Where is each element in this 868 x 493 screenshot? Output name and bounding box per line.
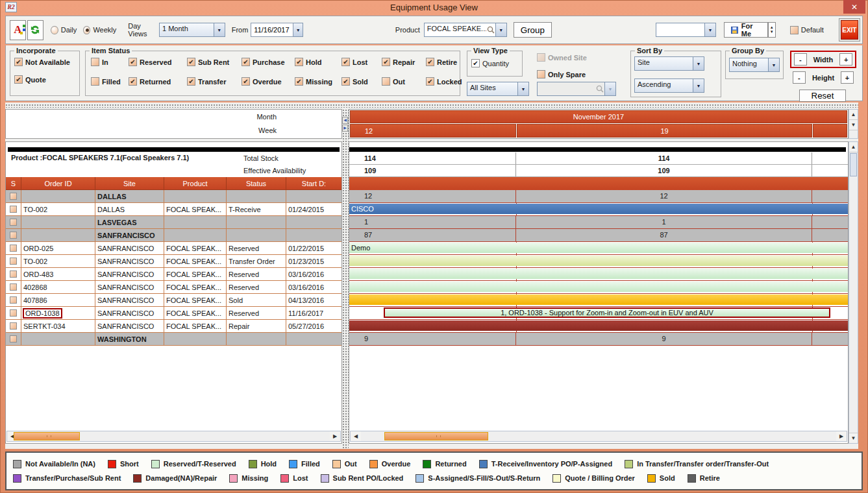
start-date-cell[interactable] <box>286 229 341 242</box>
status-cell[interactable]: Repair <box>227 320 286 333</box>
table-row[interactable]: TO-002DALLASFOCAL SPEAK...T-Receive01/24… <box>6 203 341 216</box>
gantt-row[interactable] <box>349 255 848 268</box>
week-header-cell[interactable] <box>813 124 847 138</box>
checkbox-quote[interactable]: ✔Quote <box>14 75 70 84</box>
row-checkbox[interactable] <box>10 309 17 317</box>
height-minus-button[interactable]: - <box>793 71 806 84</box>
order-id-cell[interactable] <box>21 190 95 203</box>
checkbox-box[interactable]: ✔ <box>426 58 434 66</box>
group-button[interactable]: Group <box>514 22 552 38</box>
gantt-row[interactable] <box>349 320 848 333</box>
gantt-row[interactable]: 1212 <box>349 190 848 203</box>
site-cell[interactable]: SANFRANCISCO <box>95 307 164 320</box>
start-date-cell[interactable] <box>286 190 341 203</box>
gantt-bar-reserved[interactable] <box>349 269 848 279</box>
column-header-site[interactable]: Site <box>95 177 164 190</box>
gantt-bar-reserved[interactable]: Demo <box>349 243 848 253</box>
row-select-cell[interactable] <box>6 307 21 320</box>
chevron-down-icon[interactable]: ▼ <box>704 23 715 36</box>
status-cell[interactable] <box>227 229 286 242</box>
table-row[interactable]: ORD-1038SANFRANCISCOFOCAL SPEAK...Reserv… <box>6 307 341 320</box>
checkbox-purchase[interactable]: ✔Purchase <box>242 58 295 66</box>
row-select-cell[interactable] <box>6 229 21 242</box>
start-date-cell[interactable]: 03/16/2016 <box>286 281 341 294</box>
resize-handle[interactable] <box>5 104 858 108</box>
product-cell[interactable]: FOCAL SPEAK... <box>164 281 227 294</box>
status-cell[interactable]: T-Receive <box>227 203 286 216</box>
gantt-bar-transfer-order[interactable] <box>349 256 848 266</box>
row-checkbox[interactable] <box>10 296 17 304</box>
checkbox-in[interactable]: In <box>91 58 129 66</box>
quantity-checkbox[interactable]: ✔ Quantity <box>471 59 509 67</box>
left-horizontal-scrollbar[interactable]: ◀ ▶ <box>6 431 341 442</box>
checkbox-box[interactable] <box>91 77 99 86</box>
scroll-right-icon[interactable]: ▶ <box>330 431 340 441</box>
checkbox-sold[interactable]: ✔Sold <box>341 77 382 86</box>
column-header-product[interactable]: Product <box>164 177 227 190</box>
start-date-cell[interactable]: 01/23/2015 <box>286 255 341 268</box>
start-date-cell[interactable]: 05/27/2016 <box>286 320 341 333</box>
row-select-cell[interactable] <box>6 190 21 203</box>
week-header-cell[interactable]: 12 <box>350 124 516 138</box>
checkbox-box[interactable]: ✔ <box>341 58 350 66</box>
gantt-bar-reserved[interactable]: 1, ORD-1038 - Support for Zoom-in and Zo… <box>384 307 830 318</box>
group-by-select[interactable]: Nothing ▼ <box>729 58 780 72</box>
row-checkbox[interactable] <box>10 271 17 278</box>
splitter-left-icon[interactable]: ◀ <box>342 117 348 124</box>
row-checkbox[interactable] <box>10 322 17 330</box>
checkbox-box[interactable]: ✔ <box>242 77 250 86</box>
row-checkbox[interactable] <box>10 283 17 291</box>
product-cell[interactable]: FOCAL SPEAK... <box>164 268 227 281</box>
row-checkbox[interactable] <box>10 335 17 343</box>
order-id-cell[interactable]: ORD-1038 <box>21 307 95 320</box>
site-cell[interactable]: SANFRANCISCO <box>95 281 164 294</box>
checkbox-box[interactable]: ✔ <box>382 58 390 66</box>
table-row[interactable]: SERTKT-034SANFRANCISCOFOCAL SPEAK...Repa… <box>6 320 341 333</box>
week-header-cell[interactable]: 19 <box>517 124 812 138</box>
daily-radio[interactable] <box>51 26 58 34</box>
search-icon[interactable] <box>486 25 495 34</box>
product-cell[interactable]: FOCAL SPEAK... <box>164 307 227 320</box>
row-select-cell[interactable] <box>6 281 21 294</box>
column-header-status[interactable]: Status <box>227 177 286 190</box>
default-checkbox[interactable] <box>790 26 799 34</box>
order-id-cell[interactable]: 402868 <box>21 281 95 294</box>
checkbox-filled[interactable]: Filled <box>91 77 129 86</box>
site-cell[interactable]: SANFRANCISCO <box>95 294 164 307</box>
table-row[interactable]: ORD-483SANFRANCISCOFOCAL SPEAK...Reserve… <box>6 268 341 281</box>
gantt-month-header[interactable]: November 2017 <box>350 110 847 123</box>
product-select[interactable]: FOCAL SPEAKE... ▼ <box>424 23 507 37</box>
gantt-row[interactable]: 1, ORD-1038 - Support for Zoom-in and Zo… <box>349 307 848 320</box>
order-id-cell[interactable]: ORD-025 <box>21 242 95 255</box>
from-date-input[interactable] <box>251 23 293 37</box>
saved-view-select[interactable]: ▼ <box>656 23 716 37</box>
exit-button[interactable]: EXIT <box>841 20 858 40</box>
gantt-vertical-scrollbar[interactable]: ▲ ▼ <box>849 141 858 444</box>
order-id-cell[interactable]: 407886 <box>21 294 95 307</box>
site-cell[interactable]: SANFRANCISCO <box>95 255 164 268</box>
reset-button[interactable]: Reset <box>799 90 846 102</box>
checkbox-box[interactable]: ✔ <box>187 58 195 66</box>
checkbox-box[interactable]: ✔ <box>129 77 137 86</box>
status-cell[interactable]: Reserved <box>227 268 286 281</box>
column-header-s[interactable]: S <box>6 177 21 190</box>
chevron-down-icon[interactable]: ▼ <box>693 79 704 92</box>
for-me-spinner[interactable]: ▲▼ <box>768 22 776 38</box>
table-row[interactable]: DALLAS <box>6 190 341 203</box>
sites-select[interactable]: All Sites ▼ <box>467 82 529 96</box>
scroll-right-icon[interactable]: ▶ <box>836 431 847 441</box>
gantt-row[interactable]: 8787 <box>349 229 848 242</box>
chevron-down-icon[interactable]: ▼ <box>693 57 704 70</box>
row-select-cell[interactable] <box>6 203 21 216</box>
site-cell[interactable]: SANFRANCISCO <box>95 268 164 281</box>
order-id-cell[interactable]: ORD-483 <box>21 268 95 281</box>
scroll-down-icon[interactable]: ▼ <box>849 433 858 443</box>
status-cell[interactable] <box>227 333 286 346</box>
checkbox-box[interactable]: ✔ <box>295 77 303 86</box>
gantt-bar-t-receive[interactable]: CISCO <box>349 204 848 214</box>
gantt-row[interactable]: Demo <box>349 242 848 255</box>
order-id-cell[interactable]: TO-002 <box>21 203 95 216</box>
table-row[interactable]: 402868SANFRANCISCOFOCAL SPEAK...Reserved… <box>6 281 341 294</box>
start-date-cell[interactable]: 04/13/2016 <box>286 294 341 307</box>
table-row[interactable]: SANFRANCISCO <box>6 229 341 242</box>
